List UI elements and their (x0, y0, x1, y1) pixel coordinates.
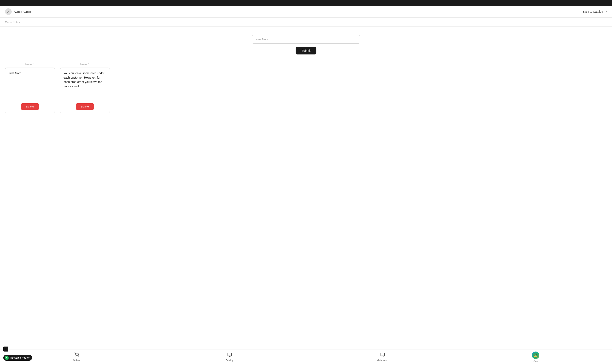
delete-button-1[interactable]: Delete (21, 103, 39, 110)
note-card-1-content: First Note (9, 71, 51, 100)
orders-label: Orders (73, 359, 80, 362)
note-column-2: Notes 2 You can leave some note under ea… (60, 63, 110, 113)
svg-rect-2 (227, 353, 231, 356)
note-card-1-footer: Delete (9, 103, 51, 110)
svg-point-7 (534, 355, 537, 357)
header-left: A Admin Admin (5, 8, 31, 15)
plus-button[interactable]: + (3, 347, 8, 351)
catalog-icon (227, 352, 232, 358)
nav-item-main-menu[interactable]: Main menu (306, 352, 459, 362)
tanstack-icon: T (5, 356, 9, 360)
tanstack-badge[interactable]: T TanStack Router (3, 355, 32, 361)
catalog-label: Catalog (226, 359, 234, 362)
back-arrow-icon: ↵ (604, 10, 607, 14)
notes-1-label: Notes 1 (25, 63, 35, 66)
note-card-2-footer: Delete (64, 103, 106, 110)
notes-section: Notes 1 First Note Delete Notes 2 You ca… (5, 63, 122, 113)
new-note-input[interactable] (252, 35, 360, 44)
main-menu-icon (380, 352, 385, 358)
notes-2-label: Notes 2 (80, 63, 90, 66)
breadcrumb-bar: Order Notes (0, 18, 612, 26)
svg-point-10 (535, 355, 536, 356)
avatar: A (5, 8, 12, 15)
new-note-form: Submit (252, 35, 360, 54)
svg-rect-5 (380, 353, 384, 356)
svg-point-9 (536, 354, 537, 355)
note-card-1: First Note Delete (5, 67, 55, 113)
top-bar (0, 0, 612, 6)
back-to-catalog-label: Back to Catalog (583, 10, 603, 13)
svg-text:T: T (6, 357, 7, 359)
nav-item-catalog[interactable]: Catalog (153, 352, 306, 362)
nav-item-customer[interactable]: Cus (459, 351, 612, 362)
svg-point-0 (76, 356, 76, 357)
tanstack-label: TanStack Router (10, 356, 29, 359)
customer-globe-icon (532, 351, 539, 359)
main-menu-label: Main menu (377, 359, 388, 362)
delete-button-2[interactable]: Delete (76, 103, 94, 110)
breadcrumb: Order Notes (5, 21, 20, 24)
orders-icon (74, 352, 79, 358)
header: A Admin Admin Back to Catalog ↵ (0, 6, 612, 18)
back-to-catalog-link[interactable]: Back to Catalog ↵ (583, 10, 607, 14)
note-column-1: Notes 1 First Note Delete (5, 63, 55, 113)
submit-button[interactable]: Submit (296, 47, 316, 54)
note-card-2-content: You can leave some note under each custo… (64, 71, 106, 100)
svg-point-1 (78, 356, 78, 357)
note-card-2: You can leave some note under each custo… (60, 67, 110, 113)
main-content: Submit Notes 1 First Note Delete Notes 2… (0, 26, 612, 349)
admin-name: Admin Admin (14, 10, 31, 13)
bottom-nav: Orders Catalog Main menu (0, 349, 612, 364)
customer-label: Cus (533, 360, 538, 362)
